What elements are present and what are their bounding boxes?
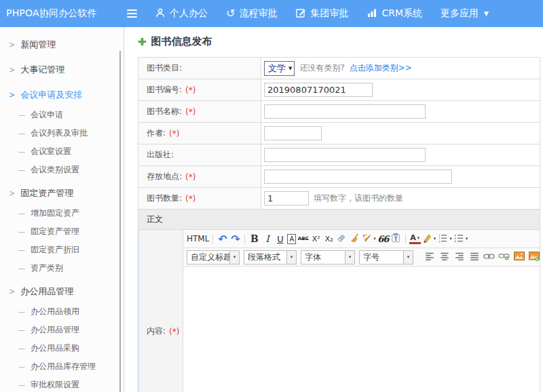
author-input[interactable] <box>264 126 322 140</box>
bold-button[interactable]: B <box>248 232 260 246</box>
sidebar-item-label: 会议列表及审批 <box>31 128 88 139</box>
nav-group-approval[interactable]: 集团审批 <box>295 7 348 20</box>
sidebar-item-label: 审批权限设置 <box>31 379 79 391</box>
custom-title-select[interactable]: 自定义标题▾ <box>187 250 240 264</box>
paste-text-button[interactable]: T <box>390 232 402 246</box>
font-box-button[interactable]: A <box>287 234 296 244</box>
nav-process-approval[interactable]: ↺ 流程审批 <box>226 7 277 20</box>
caret-down-icon: ▾ <box>229 251 239 264</box>
align-right-button[interactable] <box>453 250 465 264</box>
publisher-input[interactable] <box>264 148 426 162</box>
caret-down-icon: ▾ <box>466 236 468 241</box>
menu-toggle-icon[interactable] <box>127 9 137 18</box>
book-name-input[interactable] <box>264 104 426 119</box>
caret-down-icon: ▾ <box>434 236 436 241</box>
sidebar-menu: >新闻管理>大事记管理>会议申请及安排—会议申请—会议列表及审批—会议室设置—会… <box>0 27 124 392</box>
top-header: PHPOA协同办公软件 个人办公 ↺ 流程审批 集团审批 CRM系统 更多应用 <box>0 0 543 27</box>
insert-media-button[interactable] <box>528 250 540 264</box>
sidebar-item-8[interactable]: —增加固定资产 <box>0 204 124 222</box>
justify-button[interactable] <box>468 250 480 264</box>
nav-personal-office[interactable]: 个人办公 <box>155 7 208 20</box>
unlink-icon <box>498 252 510 262</box>
strikethrough-button[interactable]: ABC <box>297 232 309 246</box>
storage-location-input[interactable] <box>264 170 452 184</box>
ordered-list-button[interactable]: 123▾ <box>437 232 452 246</box>
chevron-right-icon: > <box>9 189 15 198</box>
font-color-button[interactable]: A▾ <box>409 234 421 244</box>
dash-icon: — <box>18 381 25 389</box>
redo-button[interactable]: ↷ <box>229 232 241 246</box>
sidebar-item-label: 大事记管理 <box>20 64 64 76</box>
highlight-button[interactable]: ▾ <box>422 232 436 246</box>
sidebar-item-label: 增加固定资产 <box>31 208 79 219</box>
sidebar-group-1[interactable]: >大事记管理 <box>0 59 124 81</box>
sidebar-item-label: 资产类别 <box>31 262 63 274</box>
person-icon <box>155 7 166 20</box>
sidebar-item-15[interactable]: —办公用品采购 <box>0 339 124 357</box>
paragraph-format-select[interactable]: 段落格式▾ <box>244 250 297 264</box>
superscript-button[interactable]: X² <box>310 232 322 246</box>
italic-button[interactable]: I <box>261 232 273 246</box>
sidebar-item-9[interactable]: —固定资产管理 <box>0 222 124 241</box>
remove-format-button[interactable] <box>349 232 360 246</box>
form-row-book-quantity: 图书数量:(*)填写数字，该图书的数量 <box>138 188 540 210</box>
app-logo: PHPOA协同办公软件 <box>0 7 117 20</box>
sidebar-group-2[interactable]: >会议申请及安排 <box>0 84 124 106</box>
hint-text: 填写数字，该图书的数量 <box>314 193 403 204</box>
sidebar-item-6[interactable]: —会议类别设置 <box>0 161 124 179</box>
history-icon: ↺ <box>226 8 235 19</box>
align-right-icon <box>454 252 465 262</box>
editor-content[interactable] <box>183 267 540 392</box>
bar-chart-icon <box>367 7 377 20</box>
sidebar-item-label: 办公用品管理 <box>20 286 73 298</box>
eraser-button[interactable] <box>336 232 348 246</box>
unordered-list-button[interactable]: ▾ <box>453 232 468 246</box>
sidebar-item-3[interactable]: —会议申请 <box>0 106 124 124</box>
font-size-select[interactable]: 字号▾ <box>359 250 413 264</box>
sidebar-item-4[interactable]: —会议列表及审批 <box>0 124 124 142</box>
undo-button[interactable]: ↶ <box>217 232 228 246</box>
align-left-button[interactable] <box>424 250 435 264</box>
toolbar-separator <box>212 234 213 244</box>
sidebar-item-13[interactable]: —办公用品领用 <box>0 302 124 321</box>
sidebar-item-10[interactable]: —固定资产折旧 <box>0 241 124 259</box>
chevron-right-icon: > <box>9 90 15 100</box>
sidebar-item-11[interactable]: —资产类别 <box>0 259 124 277</box>
html-source-button[interactable]: HTML <box>187 232 209 246</box>
nav-more-apps[interactable]: 更多应用 ▼ <box>441 7 489 20</box>
subscript-button[interactable]: X₂ <box>323 232 335 246</box>
sidebar-group-0[interactable]: >新闻管理 <box>0 34 124 56</box>
book-number-input[interactable] <box>264 83 373 97</box>
sidebar-item-5[interactable]: —会议室设置 <box>0 142 124 161</box>
sidebar-item-label: 会议申请 <box>31 109 63 121</box>
form-row-publisher: 出版社: <box>138 144 540 166</box>
caret-down-icon: ▾ <box>449 236 452 241</box>
sidebar-item-14[interactable]: —办公用品管理 <box>0 321 124 339</box>
sidebar-group-12[interactable]: >办公用品管理 <box>0 281 124 302</box>
rich-text-editor: HTML↶↷BIUAABCX²X₂▾66TA▾▾123▾▾ 自定义标题▾段落格式… <box>183 230 540 392</box>
blockquote-button[interactable]: 66 <box>377 232 389 246</box>
link-button[interactable] <box>483 250 495 264</box>
book-quantity-input[interactable] <box>264 191 309 205</box>
sidebar-scrollbar[interactable] <box>119 51 121 392</box>
dash-icon: — <box>18 264 25 272</box>
eraser-icon <box>337 233 347 245</box>
nav-crm-system[interactable]: CRM系统 <box>367 7 422 20</box>
sidebar-item-label: 固定资产折旧 <box>31 244 79 256</box>
sidebar-group-7[interactable]: >固定资产管理 <box>0 182 124 204</box>
list-ol-icon: 123 <box>437 233 448 245</box>
add-category-link[interactable]: 点击添加类别>> <box>350 62 412 74</box>
align-center-button[interactable] <box>438 250 450 264</box>
book-number-label: 图书编号:(*) <box>138 79 261 100</box>
font-family-select[interactable]: 字体▾ <box>301 250 355 264</box>
book-category-select[interactable]: 文学▼ <box>264 61 295 76</box>
sidebar-item-17[interactable]: —审批权限设置 <box>0 376 124 392</box>
storage-location-label: 存放地点:(*) <box>138 166 261 187</box>
insert-image-button[interactable] <box>513 250 525 264</box>
unlink-button[interactable] <box>498 250 510 264</box>
format-brush-button[interactable]: ▾ <box>362 232 376 246</box>
dash-icon: — <box>18 148 25 155</box>
caret-down-icon: ▾ <box>403 251 413 264</box>
sidebar-item-16[interactable]: —办公用品库存管理 <box>0 357 124 376</box>
underline-button[interactable]: U <box>274 232 286 246</box>
